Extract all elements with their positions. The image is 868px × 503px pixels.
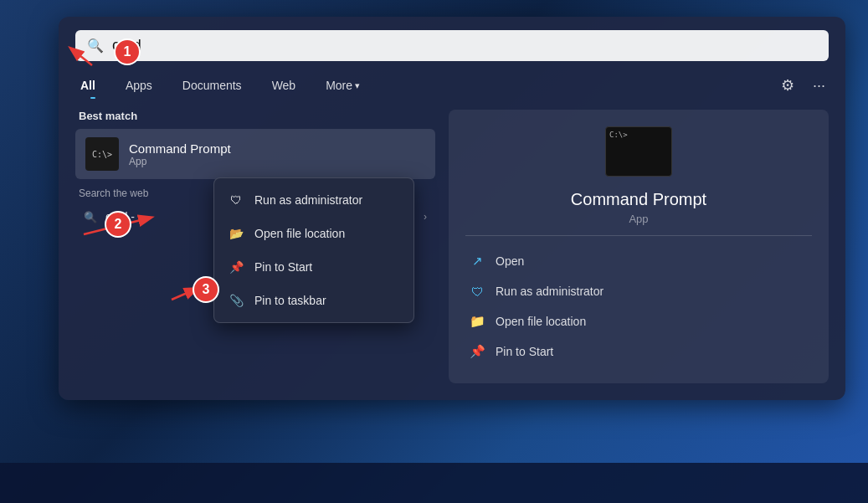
best-match-item[interactable]: Command Prompt App [75,129,435,179]
action-pin-start-label: Pin to Start [496,345,553,358]
context-run-admin[interactable]: 🛡 Run as administrator [214,183,413,217]
right-app-subtitle: App [629,213,648,225]
context-pin-start-label: Pin to Start [254,260,312,274]
divider [465,235,812,236]
taskbar [0,463,868,503]
app-type: App [129,156,231,167]
open-icon: ↗ [469,253,485,269]
context-pin-start[interactable]: 📌 Pin to Start [214,250,413,284]
action-pin-start[interactable]: 📌 Pin to Start [465,336,812,367]
context-run-admin-icon: 🛡 [228,192,244,208]
tab-apps[interactable]: Apps [110,75,167,95]
context-folder-icon: 📂 [228,225,244,242]
cmd-app-icon [85,137,119,171]
search-web-icon: 🔍 [84,211,97,223]
action-open[interactable]: ↗ Open [465,246,812,276]
context-run-admin-label: Run as administrator [254,193,362,207]
more-options-icon[interactable]: ··· [809,75,829,96]
context-menu: 🛡 Run as administrator 📂 Open file locat… [213,177,414,323]
tab-documents[interactable]: Documents [167,75,257,95]
context-open-location[interactable]: 📂 Open file location [214,217,413,250]
right-app-title: Command Prompt [571,190,706,209]
action-run-admin[interactable]: 🛡 Run as administrator [465,276,812,306]
step-badge-2: 2 [105,211,131,238]
search-icon: 🔍 [87,38,104,54]
action-list: ↗ Open 🛡 Run as administrator 📁 Open fil… [465,246,812,367]
context-pin-taskbar-label: Pin to taskbar [254,294,326,307]
pin-start-icon: 📌 [469,343,485,360]
app-name: Command Prompt [129,141,231,156]
action-open-location-label: Open file location [496,315,586,328]
step-badge-1: 1 [114,38,141,65]
context-open-location-label: Open file location [254,227,345,240]
folder-icon: 📁 [469,313,485,330]
tab-icons: ⚙ ··· [778,74,829,96]
run-admin-icon: 🛡 [469,283,485,300]
right-panel: Command Prompt App ↗ Open 🛡 Run as admin… [449,110,829,383]
action-open-location[interactable]: 📁 Open file location [465,306,812,336]
search-panel: 🔍 cmd All Apps Documents Web More ▾ ⚙ ··… [59,17,845,400]
action-run-admin-label: Run as administrator [496,285,603,298]
tab-web[interactable]: Web [257,75,311,95]
tab-more[interactable]: More ▾ [311,75,375,95]
arrow-right-icon: › [424,211,427,223]
step-badge-3: 3 [193,276,219,303]
main-content: Best match Command Prompt App Search the… [75,110,829,383]
context-pin-taskbar-icon: 📎 [228,292,244,309]
chevron-down-icon: ▾ [355,80,360,91]
filter-tabs: All Apps Documents Web More ▾ ⚙ ··· [75,71,829,103]
app-info: Command Prompt App [129,141,231,167]
best-match-title: Best match [75,110,435,122]
search-box[interactable]: 🔍 cmd [75,30,829,61]
context-pin-start-icon: 📌 [228,259,244,275]
tab-all[interactable]: All [75,75,110,95]
action-open-label: Open [496,254,524,268]
context-pin-taskbar[interactable]: 📎 Pin to taskbar [214,284,413,317]
cmd-preview-icon [605,126,672,177]
search-settings-icon[interactable]: ⚙ [778,74,798,96]
